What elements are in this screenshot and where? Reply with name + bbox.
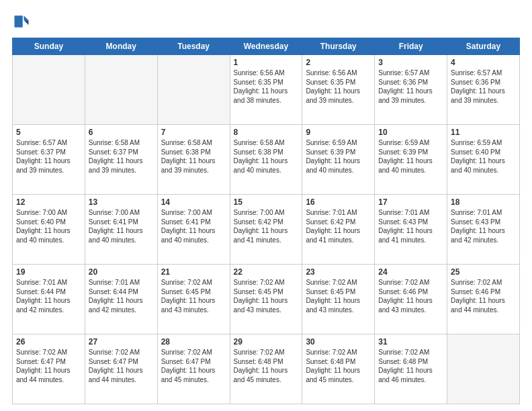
week-row-5: 26Sunrise: 7:02 AMSunset: 6:47 PMDayligh… [13,334,520,404]
day-number: 20 [89,267,154,277]
cell-info: Sunrise: 7:01 AMSunset: 6:42 PMDaylight:… [306,208,371,244]
cell-info: Sunrise: 6:59 AMSunset: 6:39 PMDaylight:… [306,138,371,175]
day-number: 31 [378,337,443,347]
day-number: 11 [451,128,516,137]
day-header-saturday: Saturday [447,38,520,55]
day-header-monday: Monday [85,38,157,55]
cell-info: Sunrise: 7:02 AMSunset: 6:48 PMDaylight:… [378,348,443,384]
calendar-cell: 14Sunrise: 7:00 AMSunset: 6:41 PMDayligh… [157,195,230,265]
calendar-cell [157,55,230,125]
cell-info: Sunrise: 7:02 AMSunset: 6:47 PMDaylight:… [16,348,81,384]
cell-info: Sunrise: 6:56 AMSunset: 6:35 PMDaylight:… [234,68,299,105]
week-row-4: 19Sunrise: 7:01 AMSunset: 6:44 PMDayligh… [13,265,520,334]
week-row-3: 12Sunrise: 7:00 AMSunset: 6:40 PMDayligh… [13,195,520,265]
day-number: 25 [451,267,516,277]
day-number: 5 [16,128,81,137]
cell-info: Sunrise: 7:02 AMSunset: 6:45 PMDaylight:… [161,278,226,314]
day-number: 1 [234,58,299,67]
calendar-cell: 18Sunrise: 7:01 AMSunset: 6:43 PMDayligh… [447,195,520,265]
cell-info: Sunrise: 7:00 AMSunset: 6:41 PMDaylight:… [161,208,226,244]
cell-info: Sunrise: 7:00 AMSunset: 6:40 PMDaylight:… [16,208,81,244]
calendar-cell: 1Sunrise: 6:56 AMSunset: 6:35 PMDaylight… [230,55,302,125]
header [12,12,520,31]
calendar-cell [13,55,85,125]
calendar-cell [447,334,520,404]
cell-info: Sunrise: 7:02 AMSunset: 6:46 PMDaylight:… [378,278,443,314]
day-number: 7 [161,128,226,137]
day-number: 13 [89,197,154,207]
day-number: 19 [16,267,81,277]
day-header-sunday: Sunday [13,38,85,55]
calendar-cell: 3Sunrise: 6:57 AMSunset: 6:36 PMDaylight… [375,55,447,125]
svg-rect-3 [15,15,23,28]
day-number: 14 [161,197,226,207]
calendar-cell: 5Sunrise: 6:57 AMSunset: 6:37 PMDaylight… [13,125,85,195]
week-row-2: 5Sunrise: 6:57 AMSunset: 6:37 PMDaylight… [13,125,520,195]
svg-marker-1 [24,15,29,20]
cell-info: Sunrise: 6:56 AMSunset: 6:35 PMDaylight:… [306,68,371,105]
cell-info: Sunrise: 7:02 AMSunset: 6:48 PMDaylight:… [306,348,371,384]
day-number: 15 [234,197,299,207]
calendar-cell: 24Sunrise: 7:02 AMSunset: 6:46 PMDayligh… [375,265,447,334]
cell-info: Sunrise: 6:57 AMSunset: 6:36 PMDaylight:… [378,68,443,105]
day-number: 12 [16,197,81,207]
logo-icon [12,12,31,31]
day-number: 9 [306,128,371,137]
day-number: 23 [306,267,371,277]
day-number: 17 [378,197,443,207]
cell-info: Sunrise: 6:59 AMSunset: 6:39 PMDaylight:… [378,138,443,175]
calendar-cell: 31Sunrise: 7:02 AMSunset: 6:48 PMDayligh… [375,334,447,404]
day-number: 18 [451,197,516,207]
calendar-cell: 22Sunrise: 7:02 AMSunset: 6:45 PMDayligh… [230,265,302,334]
days-header-row: SundayMondayTuesdayWednesdayThursdayFrid… [13,38,520,55]
page: SundayMondayTuesdayWednesdayThursdayFrid… [0,0,532,411]
week-row-1: 1Sunrise: 6:56 AMSunset: 6:35 PMDaylight… [13,55,520,125]
cell-info: Sunrise: 7:01 AMSunset: 6:44 PMDaylight:… [16,278,81,314]
logo [12,12,34,31]
day-number: 30 [306,337,371,347]
cell-info: Sunrise: 7:01 AMSunset: 6:44 PMDaylight:… [89,278,154,314]
day-number: 28 [161,337,226,347]
day-number: 2 [306,58,371,67]
calendar-cell: 7Sunrise: 6:58 AMSunset: 6:38 PMDaylight… [157,125,230,195]
calendar-cell: 29Sunrise: 7:02 AMSunset: 6:48 PMDayligh… [230,334,302,404]
calendar-cell: 2Sunrise: 6:56 AMSunset: 6:35 PMDaylight… [302,55,375,125]
day-number: 27 [89,337,154,347]
calendar-body: 1Sunrise: 6:56 AMSunset: 6:35 PMDaylight… [13,55,520,404]
calendar-cell: 9Sunrise: 6:59 AMSunset: 6:39 PMDaylight… [302,125,375,195]
cell-info: Sunrise: 7:02 AMSunset: 6:46 PMDaylight:… [451,278,516,314]
calendar-cell: 19Sunrise: 7:01 AMSunset: 6:44 PMDayligh… [13,265,85,334]
cell-info: Sunrise: 6:57 AMSunset: 6:37 PMDaylight:… [16,138,81,175]
calendar-cell: 23Sunrise: 7:02 AMSunset: 6:45 PMDayligh… [302,265,375,334]
day-number: 8 [234,128,299,137]
cell-info: Sunrise: 7:00 AMSunset: 6:41 PMDaylight:… [89,208,154,244]
day-header-thursday: Thursday [302,38,375,55]
cell-info: Sunrise: 7:02 AMSunset: 6:45 PMDaylight:… [306,278,371,314]
day-header-wednesday: Wednesday [230,38,302,55]
cell-info: Sunrise: 7:00 AMSunset: 6:42 PMDaylight:… [234,208,299,244]
calendar-cell: 28Sunrise: 7:02 AMSunset: 6:47 PMDayligh… [157,334,230,404]
calendar-cell: 20Sunrise: 7:01 AMSunset: 6:44 PMDayligh… [85,265,157,334]
calendar-cell: 6Sunrise: 6:58 AMSunset: 6:37 PMDaylight… [85,125,157,195]
day-number: 21 [161,267,226,277]
calendar-cell: 4Sunrise: 6:57 AMSunset: 6:36 PMDaylight… [447,55,520,125]
day-number: 3 [378,58,443,67]
calendar-cell: 30Sunrise: 7:02 AMSunset: 6:48 PMDayligh… [302,334,375,404]
cell-info: Sunrise: 6:58 AMSunset: 6:38 PMDaylight:… [161,138,226,175]
calendar-cell: 13Sunrise: 7:00 AMSunset: 6:41 PMDayligh… [85,195,157,265]
calendar-cell: 17Sunrise: 7:01 AMSunset: 6:43 PMDayligh… [375,195,447,265]
calendar-cell: 15Sunrise: 7:00 AMSunset: 6:42 PMDayligh… [230,195,302,265]
cell-info: Sunrise: 7:01 AMSunset: 6:43 PMDaylight:… [451,208,516,244]
day-header-friday: Friday [375,38,447,55]
calendar-cell: 10Sunrise: 6:59 AMSunset: 6:39 PMDayligh… [375,125,447,195]
calendar-cell: 25Sunrise: 7:02 AMSunset: 6:46 PMDayligh… [447,265,520,334]
day-number: 4 [451,58,516,67]
cell-info: Sunrise: 6:59 AMSunset: 6:40 PMDaylight:… [451,138,516,175]
day-number: 6 [89,128,154,137]
day-number: 24 [378,267,443,277]
calendar-cell: 12Sunrise: 7:00 AMSunset: 6:40 PMDayligh… [13,195,85,265]
cell-info: Sunrise: 6:58 AMSunset: 6:38 PMDaylight:… [234,138,299,175]
day-number: 16 [306,197,371,207]
day-header-tuesday: Tuesday [157,38,230,55]
calendar-cell: 16Sunrise: 7:01 AMSunset: 6:42 PMDayligh… [302,195,375,265]
